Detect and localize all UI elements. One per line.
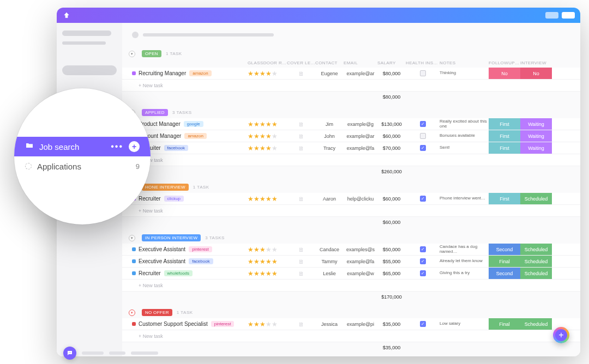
sidebar-placeholder [62, 41, 106, 45]
sidebar-item-job-search[interactable]: Job search ••• + [14, 137, 151, 156]
new-task-button[interactable]: + New task [122, 280, 580, 292]
status-chip[interactable]: Final [489, 256, 520, 267]
status-chip[interactable]: First [489, 130, 520, 142]
table-row[interactable]: Product Manager google ★★★★★ 🗎 Jim examp… [122, 118, 580, 130]
table-row[interactable]: Recruiter clickup ★★★★★ 🗎 Aaron help@cli… [122, 193, 580, 205]
task-title[interactable]: Recruiting Manager [139, 70, 186, 76]
email-cell: example@ar [344, 71, 377, 76]
document-icon[interactable]: 🗎 [298, 145, 304, 151]
status-chip[interactable]: Scheduled [520, 244, 552, 255]
sidebar-item-applications[interactable]: Applications 9 [14, 156, 151, 176]
group-status-pill[interactable]: OPEN [142, 50, 161, 57]
document-icon[interactable]: 🗎 [298, 258, 304, 265]
company-tag[interactable]: pinterest [189, 246, 212, 252]
task-title[interactable]: Recruiter [139, 270, 161, 276]
company-tag[interactable]: facebook [189, 258, 213, 264]
status-chip[interactable]: First [489, 118, 520, 130]
rating-stars: ★★★★★ [248, 246, 287, 253]
salary-cell: $70,000 [377, 145, 406, 151]
document-icon[interactable]: 🗎 [298, 133, 304, 139]
new-task-button[interactable]: + New task [122, 330, 580, 342]
email-cell: example@fa [344, 145, 377, 151]
status-chip[interactable]: First [489, 193, 520, 204]
insurance-checkbox[interactable] [420, 133, 426, 139]
company-tag[interactable]: google [184, 121, 203, 127]
star-icon: ★ [254, 196, 260, 202]
salary-cell: $60,000 [377, 134, 406, 139]
add-icon[interactable]: + [129, 141, 140, 152]
task-title[interactable]: Customer Support Specialist [139, 321, 208, 327]
status-chip[interactable]: Waiting [520, 142, 552, 154]
company-tag[interactable]: facebook [164, 145, 188, 151]
group-status-pill[interactable]: IN PERSON INTERVIEW [142, 234, 201, 241]
column-label: INTERVIEW [520, 60, 552, 65]
document-icon[interactable]: 🗎 [298, 121, 304, 128]
insurance-checkbox[interactable] [420, 70, 426, 76]
status-chip[interactable]: Second [489, 244, 520, 255]
status-chip[interactable]: No [520, 68, 552, 79]
status-chip[interactable]: Final [489, 318, 520, 330]
document-icon[interactable]: 🗎 [298, 196, 304, 202]
window-max-icon[interactable] [562, 12, 575, 19]
document-icon[interactable]: 🗎 [298, 246, 304, 253]
insurance-checkbox[interactable]: ✓ [420, 246, 426, 252]
table-row[interactable]: Executive Assistant facebook ★★★★★ 🗎 Tam… [122, 256, 580, 268]
svg-point-2 [70, 353, 71, 353]
sidebar-search-placeholder[interactable] [62, 65, 117, 75]
new-task-button[interactable]: + New task [122, 205, 580, 217]
insurance-checkbox[interactable]: ✓ [420, 258, 426, 264]
table-row[interactable]: Account Manager amazon ★★★★★ 🗎 John exam… [122, 130, 580, 142]
status-chip[interactable]: Second [489, 268, 520, 279]
task-title[interactable]: Executive Assistant [139, 246, 185, 252]
task-title[interactable]: Executive Assistant [139, 258, 185, 264]
window-min-icon[interactable] [545, 12, 558, 19]
new-task-button[interactable]: + New task [122, 154, 580, 166]
column-label: GLASSDOOR RATING [248, 60, 287, 65]
company-tag[interactable]: clickup [164, 196, 184, 202]
insurance-checkbox[interactable]: ✓ [420, 321, 426, 327]
collapse-toggle-icon[interactable]: ▾ [129, 51, 135, 57]
company-tag[interactable]: wholefoods [164, 270, 193, 276]
collapse-toggle-icon[interactable]: ▾ [129, 235, 135, 241]
more-icon[interactable]: ••• [111, 142, 123, 151]
status-chip[interactable]: Scheduled [520, 268, 552, 279]
insurance-checkbox[interactable]: ✓ [420, 121, 426, 127]
document-icon[interactable]: 🗎 [298, 70, 304, 77]
status-chip[interactable]: Scheduled [520, 256, 552, 267]
insurance-checkbox[interactable]: ✓ [420, 270, 426, 276]
status-chip[interactable]: Scheduled [520, 318, 552, 330]
task-title[interactable]: Recruiter [139, 196, 161, 202]
star-icon: ★ [248, 70, 254, 77]
group-status-pill[interactable]: NO OFFER [142, 309, 172, 316]
status-chip[interactable]: Waiting [520, 118, 552, 130]
table-row[interactable]: Recruiter wholefoods ★★★★★ 🗎 Leslie exam… [122, 268, 580, 280]
status-chip[interactable]: Scheduled [520, 193, 552, 204]
new-task-fab[interactable]: + [553, 327, 569, 343]
insurance-checkbox[interactable]: ✓ [420, 196, 426, 202]
document-icon[interactable]: 🗎 [298, 270, 304, 277]
insurance-checkbox[interactable]: ✓ [420, 145, 426, 151]
star-icon: ★ [266, 321, 272, 327]
status-chip[interactable]: Waiting [520, 130, 552, 142]
company-tag[interactable]: amazon [184, 133, 206, 139]
task-title[interactable]: Product Manager [139, 121, 181, 127]
salary-cell: $50,000 [377, 247, 406, 252]
document-icon[interactable]: 🗎 [298, 321, 304, 327]
status-dot-icon [132, 259, 136, 263]
company-tag[interactable]: pinterest [211, 321, 235, 327]
table-row[interactable]: Recruiting Manager amazon ★★★★★ 🗎 Eugene… [122, 68, 580, 80]
group-status-pill[interactable]: APPLIED [142, 109, 168, 116]
group-status-pill[interactable]: HONE INTERVIEW [142, 184, 189, 191]
collapse-toggle-icon[interactable]: ▾ [129, 310, 135, 316]
status-chip[interactable]: No [489, 68, 520, 79]
table-row[interactable]: Customer Support Specialist pinterest ★★… [122, 318, 580, 330]
task-title-cell: Customer Support Specialist pinterest [139, 321, 248, 327]
table-row[interactable]: Executive Assistant pinterest ★★★★★ 🗎 Ca… [122, 244, 580, 256]
chat-icon[interactable] [63, 347, 76, 360]
table-row[interactable]: Recruiter facebook ★★★★★ 🗎 Tracy example… [122, 142, 580, 154]
company-tag[interactable]: amazon [189, 70, 211, 76]
status-chip[interactable]: First [489, 142, 520, 154]
star-icon: ★ [272, 133, 278, 139]
new-task-button[interactable]: + New task [122, 80, 580, 92]
rating-stars: ★★★★★ [248, 145, 287, 151]
